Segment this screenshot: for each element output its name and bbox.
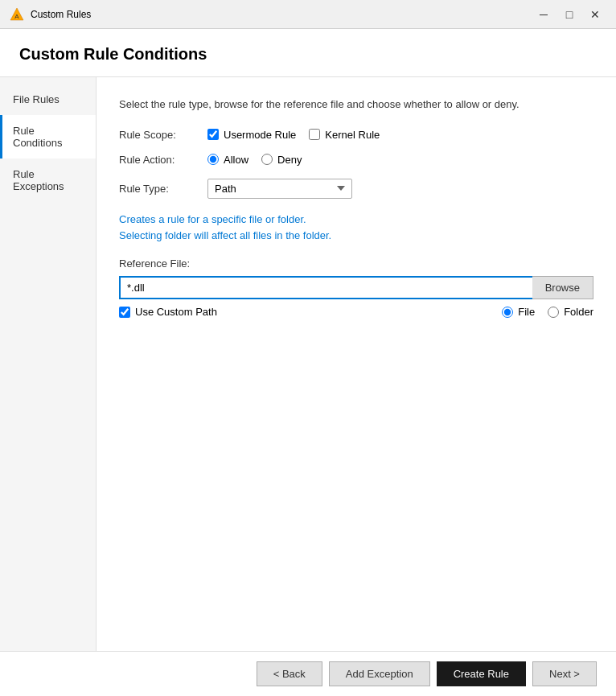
sidebar-item-file-rules[interactable]: File Rules [0, 84, 96, 115]
add-exception-button[interactable]: Add Exception [329, 661, 430, 686]
deny-radio-label[interactable]: Deny [261, 154, 302, 166]
file-folder-options: File Folder [502, 306, 593, 318]
rule-scope-label: Rule Scope: [119, 129, 207, 141]
window-controls: ─ □ ✕ [532, 6, 606, 23]
reference-file-row: Browse [119, 276, 593, 299]
rule-action-row: Rule Action: Allow Deny [119, 154, 593, 166]
hint-line2: Selecting folder will affect all files i… [119, 228, 593, 245]
browse-button[interactable]: Browse [532, 276, 593, 299]
usermode-rule-checkbox-label[interactable]: Usermode Rule [207, 129, 296, 141]
use-custom-path-label[interactable]: Use Custom Path [119, 306, 217, 318]
sidebar-item-label: File Rules [13, 93, 60, 105]
next-button[interactable]: Next > [532, 661, 597, 686]
close-button[interactable]: ✕ [584, 6, 606, 23]
hint-line1: Creates a rule for a specific file or fo… [119, 212, 593, 229]
rule-scope-controls: Usermode Rule Kernel Rule [207, 129, 380, 141]
maximize-button[interactable]: □ [558, 6, 581, 23]
sidebar: File Rules Rule Conditions Rule Exceptio… [0, 77, 97, 651]
hint-text: Creates a rule for a specific file or fo… [119, 212, 593, 245]
reference-file-label: Reference File: [119, 257, 593, 270]
file-radio[interactable] [502, 307, 513, 318]
file-radio-label[interactable]: File [502, 306, 535, 318]
usermode-rule-checkbox[interactable] [207, 129, 219, 140]
main-content: Select the rule type, browse for the ref… [97, 77, 616, 651]
rule-type-select[interactable]: Path Hash Certificate Publisher [207, 179, 352, 199]
rule-scope-row: Rule Scope: Usermode Rule Kernel Rule [119, 129, 593, 141]
allow-text: Allow [224, 154, 248, 166]
folder-radio-label[interactable]: Folder [548, 306, 593, 318]
minimize-button[interactable]: ─ [532, 6, 555, 23]
rule-action-label: Rule Action: [119, 154, 207, 166]
create-rule-button[interactable]: Create Rule [437, 661, 526, 686]
file-text: File [518, 306, 535, 318]
folder-text: Folder [564, 306, 593, 318]
title-bar: A Custom Rules ─ □ ✕ [0, 0, 616, 29]
content-area: File Rules Rule Conditions Rule Exceptio… [0, 77, 616, 651]
allow-radio[interactable] [207, 154, 219, 165]
usermode-rule-text: Usermode Rule [224, 129, 296, 141]
kernel-rule-checkbox-label[interactable]: Kernel Rule [309, 129, 380, 141]
window-title: Custom Rules [31, 9, 532, 20]
rule-type-row: Rule Type: Path Hash Certificate Publish… [119, 179, 593, 199]
use-custom-path-text: Use Custom Path [135, 306, 217, 318]
page-title: Custom Rule Conditions [0, 29, 616, 77]
deny-text: Deny [277, 154, 302, 166]
description-text: Select the rule type, browse for the ref… [119, 97, 593, 113]
use-custom-path-checkbox[interactable] [119, 307, 130, 318]
footer: < Back Add Exception Create Rule Next > [0, 651, 616, 696]
app-icon: A [10, 7, 24, 22]
custom-path-row: Use Custom Path File Folder [119, 306, 593, 318]
deny-radio[interactable] [261, 154, 273, 165]
sidebar-item-label: Rule Conditions [13, 125, 62, 149]
rule-action-controls: Allow Deny [207, 154, 302, 166]
rule-type-label: Rule Type: [119, 183, 207, 195]
back-button[interactable]: < Back [257, 661, 322, 686]
kernel-rule-text: Kernel Rule [325, 129, 380, 141]
sidebar-item-label: Rule Exceptions [13, 168, 64, 192]
sidebar-item-rule-exceptions[interactable]: Rule Exceptions [0, 159, 96, 202]
folder-radio[interactable] [548, 307, 559, 318]
allow-radio-label[interactable]: Allow [207, 154, 248, 166]
svg-text:A: A [14, 13, 19, 20]
reference-file-input[interactable] [119, 276, 532, 299]
sidebar-item-rule-conditions[interactable]: Rule Conditions [0, 115, 96, 159]
kernel-rule-checkbox[interactable] [309, 129, 320, 140]
window-body: Custom Rule Conditions File Rules Rule C… [0, 29, 616, 696]
